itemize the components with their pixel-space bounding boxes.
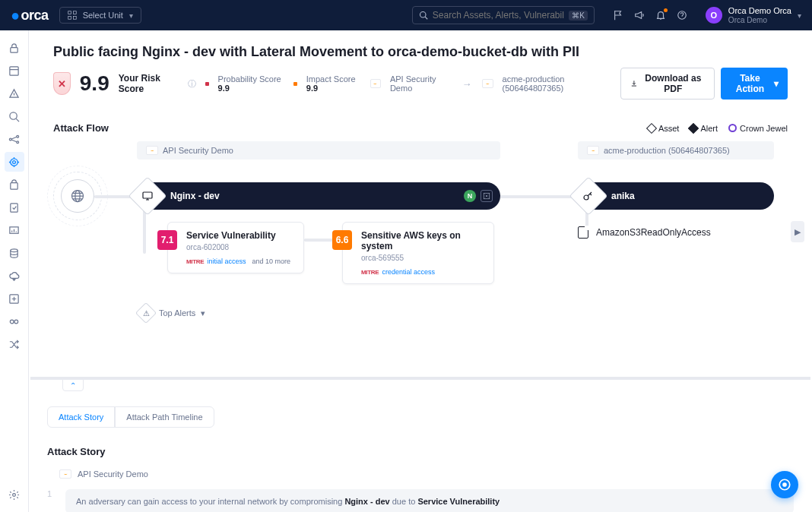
nav-cloud[interactable] <box>5 266 24 286</box>
internet-node[interactable] <box>61 179 94 213</box>
svg-point-9 <box>9 138 11 141</box>
risk-score-label: Your Risk Score <box>119 73 179 94</box>
svg-rect-3 <box>73 17 76 20</box>
search-icon <box>419 11 428 20</box>
story-step-1: An adversary can gain access to your int… <box>65 489 794 512</box>
user-org: Orca Demo <box>728 16 791 24</box>
risk-score: 9.9 <box>80 71 109 96</box>
logo[interactable]: ●orca <box>11 7 49 24</box>
search-input[interactable] <box>433 10 564 21</box>
main-content: Public facing Nginx - dev with Lateral M… <box>29 30 812 512</box>
left-sidebar <box>0 30 29 512</box>
policy-doc-icon <box>578 226 588 239</box>
svg-point-20 <box>14 320 18 324</box>
svg-point-4 <box>420 12 426 18</box>
svg-rect-7 <box>10 66 18 74</box>
svg-point-19 <box>10 320 14 324</box>
alert-card-2[interactable]: 6.6 Sensitive AWS keys on system orca-56… <box>342 222 494 284</box>
svg-rect-2 <box>68 17 71 20</box>
global-search[interactable]: ⌘K <box>412 6 595 24</box>
nav-shuffle[interactable] <box>5 334 24 354</box>
svg-point-10 <box>17 135 19 137</box>
announce-icon[interactable] <box>634 10 645 21</box>
help-icon[interactable] <box>677 10 687 21</box>
nav-search[interactable] <box>5 106 24 126</box>
vm-icon <box>128 177 167 216</box>
shortcut-hint: ⌘K <box>569 11 588 21</box>
attack-flow-title: Attack Flow <box>53 122 109 134</box>
nav-inventory[interactable] <box>5 175 24 194</box>
user-menu[interactable]: O Orca Demo Orca Orca Demo ▾ <box>706 6 801 24</box>
step-number: 1 <box>47 489 55 512</box>
env-pill-2[interactable]: ⌣acme-production (506464807365) <box>578 141 774 160</box>
svg-rect-6 <box>11 47 17 52</box>
breadcrumb-env2[interactable]: acme-production (506464807365) <box>503 74 612 93</box>
env-pill-1[interactable]: ⌣API Security Demo <box>137 141 500 160</box>
svg-rect-24 <box>143 192 152 198</box>
download-pdf-button[interactable]: Download as PDF <box>620 68 715 100</box>
nav-graph[interactable] <box>5 129 24 149</box>
dot-icon <box>205 82 208 86</box>
chevron-down-icon: ▾ <box>129 11 133 20</box>
svg-rect-1 <box>73 11 76 14</box>
svg-point-8 <box>10 112 17 119</box>
svg-point-17 <box>11 248 17 251</box>
chevron-down-icon: ▾ <box>774 78 779 89</box>
flag-icon[interactable] <box>613 10 623 21</box>
nav-data[interactable] <box>5 243 24 263</box>
nav-lock[interactable] <box>5 38 24 58</box>
avatar: O <box>706 7 722 24</box>
alert-title: Sensitive AWS keys on system <box>350 230 486 251</box>
page-title: Public facing Nginx - dev with Lateral M… <box>53 44 788 60</box>
alert-id: orca-569555 <box>350 254 486 262</box>
legend-crown-jewel: Crown Jewel <box>728 124 788 133</box>
attack-story-heading: Attack Story <box>47 446 794 457</box>
svg-rect-0 <box>68 11 71 14</box>
legend-alert: Alert <box>690 124 718 133</box>
policy-node[interactable]: AmazonS3ReadOnlyAccess <box>578 226 711 239</box>
aws-icon: ⌣ <box>482 79 493 88</box>
flow-canvas[interactable]: ⌣API Security Demo ⌣acme-production (506… <box>53 141 788 369</box>
bell-icon[interactable] <box>655 10 666 21</box>
tab-attack-timeline[interactable]: Attack Path Timeline <box>115 407 213 427</box>
story-context: ⌣ API Security Demo <box>59 469 794 479</box>
chevron-down-icon: ▾ <box>201 308 205 318</box>
alert-card-1[interactable]: 7.1 Service Vulnerability orca-602008 MI… <box>167 222 304 273</box>
dot-icon <box>293 82 297 86</box>
info-icon[interactable]: ⓘ <box>188 78 196 90</box>
breadcrumb-env1[interactable]: API Security Demo <box>390 74 451 93</box>
tab-attack-story[interactable]: Attack Story <box>48 407 115 427</box>
svg-point-21 <box>13 493 16 496</box>
unit-selector[interactable]: Select Unit ▾ <box>59 7 141 24</box>
nav-settings[interactable] <box>5 485 24 504</box>
nav-alerts[interactable] <box>5 84 24 103</box>
key-icon <box>569 177 608 216</box>
svg-point-11 <box>17 141 19 143</box>
resize-divider[interactable] <box>30 377 810 380</box>
top-alerts-dropdown[interactable]: ⚠ Top Alerts ▾ <box>138 305 205 321</box>
nav-reports[interactable] <box>5 220 24 240</box>
risk-shield-icon: ✕ <box>53 72 71 95</box>
nav-add[interactable] <box>5 289 24 308</box>
aws-icon: ⌣ <box>370 79 381 88</box>
nav-dashboard[interactable] <box>5 61 24 81</box>
detail-tabs: Attack Story Attack Path Timeline <box>47 406 214 428</box>
svg-point-13 <box>13 160 16 163</box>
expand-icon[interactable] <box>481 190 493 202</box>
asset-node-nginx[interactable]: Nginx - dev N <box>137 182 500 210</box>
alert-score: 7.1 <box>157 230 177 250</box>
nginx-icon: N <box>464 190 476 202</box>
aws-icon: ⌣ <box>59 469 71 479</box>
alert-id: orca-602008 <box>176 243 296 251</box>
scroll-right-button[interactable]: ▶ <box>791 221 804 242</box>
take-action-button[interactable]: Take Action ▾ <box>721 68 788 100</box>
collapse-toggle[interactable]: ⌃ <box>62 379 84 391</box>
legend-asset: Asset <box>648 124 680 133</box>
asset-node-anika[interactable]: anika <box>578 182 774 210</box>
nav-attack-paths[interactable] <box>5 152 24 172</box>
nav-integrations[interactable] <box>5 311 24 331</box>
chat-fab-button[interactable] <box>771 471 798 498</box>
download-icon <box>630 79 638 88</box>
alert-title: Service Vulnerability <box>176 230 296 241</box>
nav-compliance[interactable] <box>5 198 24 217</box>
